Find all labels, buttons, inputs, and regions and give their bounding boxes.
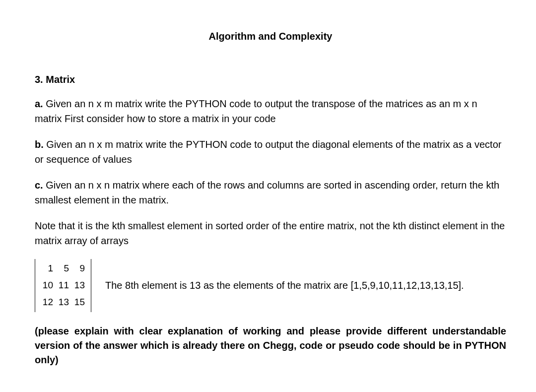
matrix-row-0: 1 5 9 xyxy=(39,260,87,277)
matrix-cell: 9 xyxy=(71,260,87,277)
matrix-cell: 12 xyxy=(39,294,55,311)
matrix: 1 5 9 10 11 13 12 13 15 xyxy=(35,259,91,312)
part-c-text: Given an n x n matrix where each of the … xyxy=(35,180,499,205)
matrix-example: 1 5 9 10 11 13 12 13 15 The 8th element … xyxy=(35,259,506,312)
part-b-text: Given an n x m matrix write the PYTHON c… xyxy=(35,139,501,165)
part-a-text: Given an n x m matrix write the PYTHON c… xyxy=(35,98,477,124)
matrix-cell: 15 xyxy=(71,294,87,311)
matrix-note: The 8th element is 13 as the elements of… xyxy=(105,279,464,292)
footer-note: (please explain with clear explanation o… xyxy=(35,324,506,367)
matrix-row-1: 10 11 13 xyxy=(39,277,87,294)
matrix-cell: 1 xyxy=(39,260,55,277)
part-b: b. Given an n x m matrix write the PYTHO… xyxy=(35,137,506,167)
part-c: c. Given an n x n matrix where each of t… xyxy=(35,178,506,207)
note-paragraph: Note that it is the kth smallest element… xyxy=(35,218,506,248)
part-a-label: a. xyxy=(35,98,43,109)
part-b-label: b. xyxy=(35,139,44,150)
matrix-cell: 10 xyxy=(39,277,55,294)
matrix-cell: 5 xyxy=(55,260,71,277)
section-heading: 3. Matrix xyxy=(35,73,506,86)
matrix-row-2: 12 13 15 xyxy=(39,294,87,311)
document-title: Algorithm and Complexity xyxy=(35,30,506,43)
matrix-cell: 13 xyxy=(71,277,87,294)
part-a: a. Given an n x m matrix write the PYTHO… xyxy=(35,96,506,126)
matrix-cell: 13 xyxy=(55,294,71,311)
part-c-label: c. xyxy=(35,180,43,191)
matrix-cell: 11 xyxy=(55,277,71,294)
